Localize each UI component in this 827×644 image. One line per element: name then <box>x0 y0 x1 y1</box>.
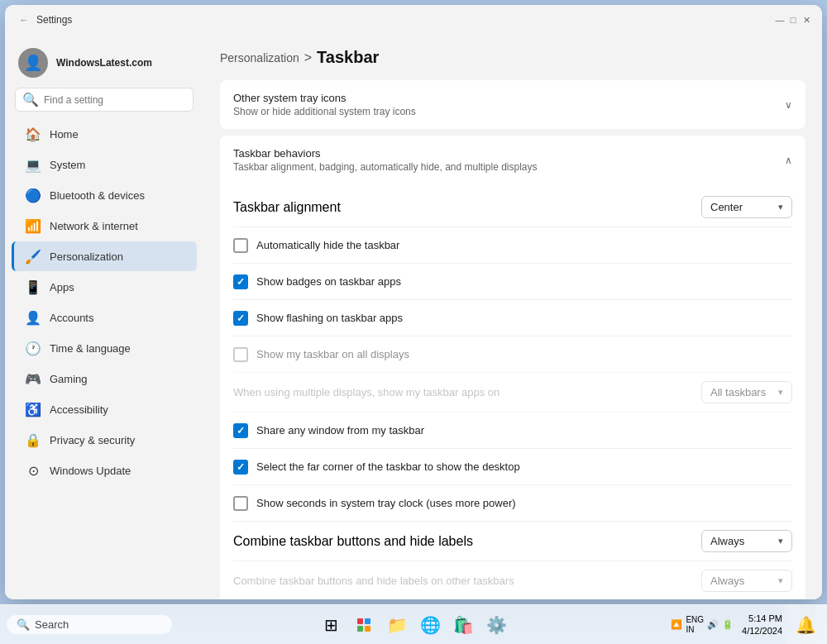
dropdown-combine-other: Always ▾ <box>701 570 792 592</box>
taskbar-files[interactable]: 📁 <box>382 610 412 640</box>
sidebar-item-network[interactable]: 📶Network & internet <box>12 211 197 241</box>
apps-icon: 📱 <box>25 279 41 295</box>
taskbar-center: ⊞ 📁 🌐 🛍️ ⚙️ <box>316 610 511 640</box>
dropdown-arrow-combine-buttons-icon: ▾ <box>778 536 783 546</box>
setting-text-show-desktop: Select the far corner of the taskbar to … <box>256 460 520 473</box>
breadcrumb: Personalization > Taskbar <box>220 48 805 67</box>
setting-text-share-window: Share any window from my taskbar <box>256 424 424 436</box>
taskbar-store[interactable]: 🛍️ <box>448 610 478 640</box>
checkbox-share-window[interactable] <box>233 423 248 438</box>
dropdown-combine-buttons[interactable]: Always ▾ <box>701 530 792 552</box>
windows-update-icon: ⊙ <box>25 462 41 479</box>
sidebar-item-accessibility[interactable]: ♿Accessibility <box>12 394 197 424</box>
setting-text-show-badges: Show badges on taskbar apps <box>256 275 401 288</box>
nav-label-accounts: Accounts <box>50 312 93 324</box>
checkbox-show-flashing[interactable] <box>233 311 248 326</box>
sidebar-item-system[interactable]: 💻System <box>12 150 197 179</box>
taskbar-settings[interactable]: ⚙️ <box>481 610 511 640</box>
setting-label-auto-hide[interactable]: Automatically hide the taskbar <box>233 238 399 253</box>
setting-row-multi-display: When using multiple displays, show my ta… <box>233 373 792 413</box>
checkbox-show-desktop[interactable] <box>233 460 248 475</box>
checkbox-show-seconds[interactable] <box>233 496 248 511</box>
setting-row-all-displays: Show my taskbar on all displays <box>233 336 792 373</box>
setting-text-all-displays: Show my taskbar on all displays <box>256 348 409 360</box>
sidebar-item-bluetooth[interactable]: 🔵Bluetooth & devices <box>12 180 197 210</box>
taskbar-search[interactable]: 🔍 Search <box>7 615 172 634</box>
dropdown-value-combine-other: Always <box>710 575 744 587</box>
minimize-button[interactable]: — <box>774 14 786 26</box>
sys-tray: 🔼 ENGIN 🔊 🔋 <box>671 615 734 635</box>
sidebar-item-time[interactable]: 🕐Time & language <box>12 333 197 363</box>
close-button[interactable]: ✕ <box>801 14 812 26</box>
setting-text-combine-buttons: Combine taskbar buttons and hide labels <box>233 534 473 549</box>
setting-label-show-seconds[interactable]: Show seconds in system tray clock (uses … <box>233 496 516 511</box>
title-bar: ← Settings — □ ✕ <box>5 5 822 35</box>
setting-label-show-desktop[interactable]: Select the far corner of the taskbar to … <box>233 460 520 475</box>
setting-label-show-flashing[interactable]: Show flashing on taskbar apps <box>233 311 403 326</box>
sidebar-item-accounts[interactable]: 👤Accounts <box>12 303 197 332</box>
dropdown-value-combine-buttons: Always <box>710 535 744 547</box>
sidebar-item-home[interactable]: 🏠Home <box>12 119 197 149</box>
setting-text-show-seconds: Show seconds in system tray clock (uses … <box>256 497 516 509</box>
notification-icon[interactable]: 🔔 <box>791 610 820 640</box>
gaming-icon: 🎮 <box>25 370 41 387</box>
checkbox-auto-hide[interactable] <box>233 238 248 253</box>
setting-text-combine-other: Combine taskbar buttons and hide labels … <box>233 575 514 587</box>
taskbar-apps[interactable] <box>349 610 379 640</box>
setting-text-show-flashing: Show flashing on taskbar apps <box>256 312 403 324</box>
setting-label-show-badges[interactable]: Show badges on taskbar apps <box>233 274 401 289</box>
search-box[interactable]: 🔍 <box>15 88 194 112</box>
settings-window: ← Settings — □ ✕ 👤 WindowsLatest.com 🔍 🏠… <box>5 5 822 599</box>
nav-label-personalization: Personalization <box>50 250 123 263</box>
setting-label-share-window[interactable]: Share any window from my taskbar <box>233 423 424 438</box>
taskbar-search-icon: 🔍 <box>17 618 30 631</box>
nav-label-system: System <box>50 159 85 171</box>
setting-row-combine-buttons: Combine taskbar buttons and hide labels … <box>233 522 792 561</box>
lang-display: ENGIN <box>686 615 704 635</box>
time-block[interactable]: 5:14 PM 4/12/2024 <box>737 611 787 638</box>
section-header-system-tray[interactable]: Other system tray icons Show or hide add… <box>220 80 805 129</box>
dropdown-value-multi-display: All taskbars <box>710 386 766 398</box>
setting-label-all-displays: Show my taskbar on all displays <box>233 347 409 362</box>
sidebar-item-windows-update[interactable]: ⊙Windows Update <box>12 456 197 485</box>
window-title: Settings <box>36 14 72 26</box>
maximize-button[interactable]: □ <box>787 14 799 26</box>
volume-icon[interactable]: 🔊 <box>707 619 719 630</box>
sidebar-item-apps[interactable]: 📱Apps <box>12 272 197 302</box>
taskbar-edge[interactable]: 🌐 <box>415 610 445 640</box>
setting-row-show-seconds: Show seconds in system tray clock (uses … <box>233 485 792 522</box>
dropdown-alignment[interactable]: Center ▾ <box>701 196 792 218</box>
svg-rect-0 <box>357 618 363 624</box>
nav-label-apps: Apps <box>50 281 74 293</box>
time-icon: 🕐 <box>25 340 41 356</box>
username: WindowsLatest.com <box>56 57 152 69</box>
time-display: 5:14 PM <box>742 613 782 624</box>
section-system-tray: Other system tray icons Show or hide add… <box>220 80 805 129</box>
section-taskbar-behaviors: Taskbar behaviors Taskbar alignment, bad… <box>220 136 805 599</box>
nav-label-windows-update: Windows Update <box>50 465 131 477</box>
nav-label-bluetooth: Bluetooth & devices <box>50 189 145 202</box>
network-icon[interactable]: 🔼 <box>671 619 682 630</box>
section-header-taskbar-behaviors[interactable]: Taskbar behaviors Taskbar alignment, bad… <box>220 136 805 184</box>
sidebar-item-gaming[interactable]: 🎮Gaming <box>12 364 197 394</box>
date-display: 4/12/2024 <box>742 625 782 637</box>
title-bar-left: ← Settings <box>18 14 72 26</box>
setting-row-show-flashing: Show flashing on taskbar apps <box>233 300 792 336</box>
breadcrumb-parent: Personalization <box>220 51 299 64</box>
section-body-taskbar-behaviors: Taskbar alignment Center ▾ Automatically… <box>220 184 805 599</box>
taskbar-start[interactable]: ⊞ <box>316 610 346 640</box>
search-input[interactable] <box>44 94 186 106</box>
sidebar-item-personalization[interactable]: 🖌️Personalization <box>12 241 197 271</box>
taskbar-right: 🔼 ENGIN 🔊 🔋 5:14 PM 4/12/2024 🔔 <box>671 610 827 640</box>
battery-icon[interactable]: 🔋 <box>722 619 734 630</box>
svg-rect-1 <box>365 618 370 624</box>
privacy-icon: 🔒 <box>25 432 41 448</box>
section-title-taskbar-behaviors: Taskbar behaviors <box>233 147 538 160</box>
sidebar-item-privacy[interactable]: 🔒Privacy & security <box>12 425 197 455</box>
windows-taskbar: 🔍 Search ⊞ 📁 🌐 🛍️ ⚙️ 🔼 ENGIN 🔊 🔋 5:14 PM… <box>0 604 827 644</box>
back-button[interactable]: ← <box>18 14 30 26</box>
personalization-icon: 🖌️ <box>25 248 41 265</box>
dropdown-arrow-alignment-icon: ▾ <box>778 202 783 212</box>
checkbox-show-badges[interactable] <box>233 274 248 289</box>
search-icon: 🔍 <box>22 92 39 107</box>
